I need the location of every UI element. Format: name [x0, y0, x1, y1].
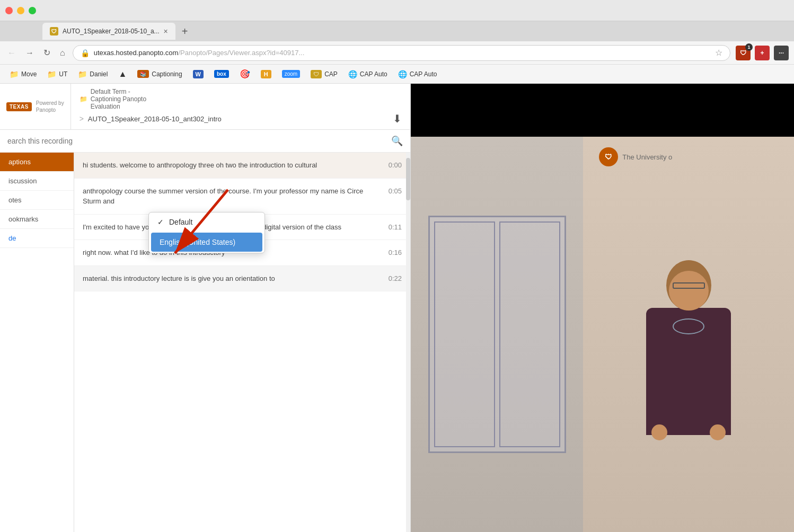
folder-icon: 📁 [47, 70, 56, 78]
url-bar: ← → ↻ ⌂ 🔒 utexas.hosted.panopto.com/Pano… [0, 41, 794, 65]
breadcrumb-content: 📁 Default Term -Captioning PanoptoEvalua… [71, 84, 410, 129]
bookmark-gdrive[interactable]: ▲ [114, 67, 131, 81]
refresh-button[interactable]: ↻ [41, 46, 52, 60]
speaker-arms [651, 424, 726, 440]
speaker-face [669, 271, 709, 311]
back-button[interactable]: ← [5, 46, 18, 60]
backdrop-panel-2 [499, 221, 560, 447]
sidebar-tab-notes[interactable]: otes [0, 191, 74, 210]
bookmark-captioning[interactable]: 📚 Captioning [133, 68, 186, 80]
sidebar-tabs: aptions iscussion otes ookmarks de [0, 153, 74, 532]
browser-tab[interactable]: 🛡 AUTO_1Speaker_2018-05-10_a... × [42, 23, 175, 40]
bookmark-label: CAP [324, 70, 338, 78]
breadcrumb-top: 📁 Default Term -Captioning PanoptoEvalua… [80, 88, 402, 110]
bookmark-h[interactable]: H [257, 68, 276, 81]
folder-icon: 📁 [78, 70, 87, 78]
dropdown-default-label: Default [169, 218, 192, 226]
forward-button[interactable]: → [23, 46, 36, 60]
guide-tab-label: de [8, 234, 16, 242]
video-speaker-area: 🛡 The University o [583, 137, 794, 532]
search-bar: 🔍 [0, 130, 410, 153]
gdrive-icon: ▲ [118, 69, 127, 79]
bookmark-label: Captioning [152, 70, 182, 78]
sidebar-tab-guide[interactable]: de [0, 229, 74, 248]
language-dropdown[interactable]: ✓ Default English (United States) [148, 212, 265, 253]
tab-bar: 🛡 AUTO_1Speaker_2018-05-10_a... × + [0, 21, 794, 41]
scrollbar-track[interactable] [406, 153, 410, 532]
video-stage-area [411, 137, 583, 532]
left-panel: TEXAS Powered byPanopto 📁 Default Term -… [0, 84, 411, 532]
bookmark-move[interactable]: 📁 Move [5, 68, 41, 81]
bookmark-star-icon[interactable]: ☆ [715, 48, 722, 58]
dropdown-item-default[interactable]: ✓ Default [149, 212, 264, 232]
bookmark-daniel[interactable]: 📁 Daniel [74, 68, 112, 81]
maximize-button[interactable] [29, 7, 36, 14]
bookmark-cap[interactable]: 🌐 CAP Auto [344, 68, 392, 81]
tab-close-button[interactable]: × [164, 27, 168, 36]
bookmark-label: CAP Auto [360, 70, 387, 78]
video-black-area [411, 84, 794, 137]
cap-auto-label: CAP Auto [410, 70, 437, 78]
captioning-icon: 📚 [137, 70, 149, 78]
powered-by-text: Powered byPanopto [36, 100, 64, 113]
bookmark-cap-auto[interactable]: 🌐 CAP Auto [394, 68, 442, 81]
tab-title: AUTO_1Speaker_2018-05-10_a... [63, 28, 160, 35]
breadcrumb-folder-icon: 📁 [80, 95, 87, 103]
download-button[interactable]: ⬇ [393, 112, 402, 125]
search-input[interactable] [7, 137, 387, 145]
extension-icon-1[interactable]: 🛡1 [736, 46, 751, 60]
extension-icons: 🛡1 + ··· [736, 46, 789, 60]
sidebar-tab-captions[interactable]: aptions [0, 153, 74, 172]
caption-list[interactable]: hi students. welcome to anthropology thr… [74, 153, 410, 532]
speaker-body [646, 308, 731, 435]
caption-item-1: hi students. welcome to anthropology thr… [74, 153, 410, 179]
url-text: utexas.hosted.panopto.com/Panopto/Pages/… [94, 49, 305, 57]
speaker-hand-right [710, 424, 726, 440]
caption-time-4: 0:16 [381, 247, 402, 258]
dropdown-item-english[interactable]: English (United States) [151, 233, 262, 252]
scrollbar-thumb[interactable] [406, 158, 410, 200]
necklace [673, 318, 704, 334]
folder-icon: 📁 [10, 70, 19, 78]
home-button[interactable]: ⌂ [58, 46, 67, 60]
bookmark-label: UT [59, 70, 67, 78]
bookmarks-tab-label: ookmarks [8, 215, 38, 223]
search-icon: 🔍 [391, 135, 403, 147]
caption-text-2: anthropology course the summer version o… [83, 186, 374, 207]
caption-time-5: 0:22 [381, 273, 402, 284]
url-field[interactable]: 🔒 utexas.hosted.panopto.com/Panopto/Page… [73, 45, 730, 61]
glasses [673, 282, 705, 289]
caption-time-1: 0:00 [381, 160, 402, 171]
bookmark-label: Daniel [90, 70, 108, 78]
minimize-button[interactable] [17, 7, 24, 14]
extension-icon-2[interactable]: + [755, 46, 770, 60]
extension-icon-3[interactable]: ··· [774, 46, 789, 60]
breadcrumb-bottom: > AUTO_1Speaker_2018-05-10_ant302_intro … [80, 112, 402, 125]
bookmarks-bar: 📁 Move 📁 UT 📁 Daniel ▲ 📚 Captioning W bo… [0, 65, 794, 84]
bookmark-box[interactable]: box [210, 68, 233, 80]
caption-item-2: anthropology course the summer version o… [74, 179, 410, 215]
caption-time-2: 0:05 [381, 186, 402, 197]
bookmark-ut[interactable]: 📁 UT [43, 68, 72, 81]
box-icon: box [214, 70, 229, 78]
bookmark-tower[interactable]: 🛡 CAP [306, 68, 342, 81]
bookmark-circle[interactable]: 🎯 [235, 67, 254, 81]
ut-badge: TEXAS [6, 102, 32, 111]
caption-text-5: material. this introductory lecture is i… [83, 273, 374, 284]
captions-tab-label: aptions [8, 158, 31, 166]
tower-shield-icon: 🛡 [311, 70, 322, 78]
tabs-content-area: aptions iscussion otes ookmarks de [0, 153, 410, 532]
bookmark-word[interactable]: W [189, 68, 208, 81]
bookmark-zoom[interactable]: zoom [278, 68, 304, 80]
new-tab-button[interactable]: + [182, 25, 188, 38]
video-panel: 1.00 🛡 The University o [411, 84, 794, 532]
cap-auto-globe-icon: 🌐 [398, 70, 407, 78]
bookmark-label: Move [21, 70, 37, 78]
caption-item-5: material. this introductory lecture is i… [74, 266, 410, 292]
discussion-tab-label: iscussion [8, 177, 37, 185]
h-icon: H [261, 70, 271, 78]
sidebar-tab-bookmarks[interactable]: ookmarks [0, 210, 74, 229]
close-button[interactable] [5, 7, 13, 14]
video-main[interactable]: 1.00 🛡 The University o [411, 137, 794, 532]
sidebar-tab-discussion[interactable]: iscussion [0, 172, 74, 191]
